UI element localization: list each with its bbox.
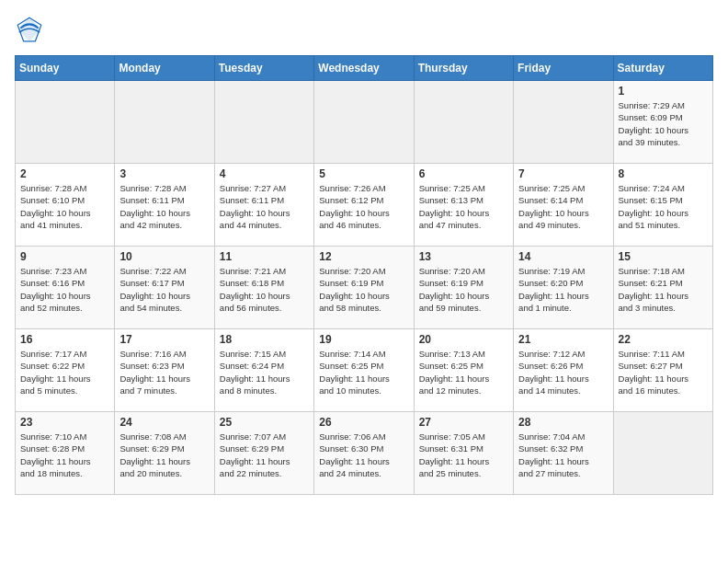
day-number: 18 (220, 333, 309, 346)
calendar-cell: 2Sunrise: 7:28 AM Sunset: 6:10 PM Daylig… (16, 164, 115, 247)
calendar-cell: 21Sunrise: 7:12 AM Sunset: 6:26 PM Dayli… (514, 329, 613, 412)
cell-content: Sunrise: 7:28 AM Sunset: 6:10 PM Dayligh… (20, 182, 109, 231)
cell-content: Sunrise: 7:11 AM Sunset: 6:27 PM Dayligh… (619, 348, 708, 396)
day-number: 13 (419, 250, 508, 263)
calendar-cell: 3Sunrise: 7:28 AM Sunset: 6:11 PM Daylig… (115, 164, 214, 247)
cell-content: Sunrise: 7:10 AM Sunset: 6:28 PM Dayligh… (20, 431, 109, 479)
calendar-cell: 5Sunrise: 7:26 AM Sunset: 6:12 PM Daylig… (314, 164, 414, 247)
day-number: 15 (619, 250, 708, 263)
cell-content: Sunrise: 7:26 AM Sunset: 6:12 PM Dayligh… (319, 182, 408, 231)
calendar-cell: 22Sunrise: 7:11 AM Sunset: 6:27 PM Dayli… (613, 329, 712, 412)
day-number: 25 (220, 416, 309, 429)
calendar-week-row: 16Sunrise: 7:17 AM Sunset: 6:22 PM Dayli… (16, 329, 713, 412)
calendar-cell: 12Sunrise: 7:20 AM Sunset: 6:19 PM Dayli… (314, 247, 414, 329)
cell-content: Sunrise: 7:23 AM Sunset: 6:16 PM Dayligh… (20, 265, 109, 314)
cell-content: Sunrise: 7:07 AM Sunset: 6:29 PM Dayligh… (220, 431, 309, 479)
calendar-cell: 18Sunrise: 7:15 AM Sunset: 6:24 PM Dayli… (214, 329, 313, 412)
day-number: 20 (419, 333, 508, 346)
page-header (15, 15, 713, 44)
day-number: 24 (119, 416, 209, 429)
calendar-week-row: 9Sunrise: 7:23 AM Sunset: 6:16 PM Daylig… (16, 247, 713, 329)
cell-content: Sunrise: 7:21 AM Sunset: 6:18 PM Dayligh… (220, 265, 309, 314)
day-number: 4 (220, 167, 309, 180)
cell-content: Sunrise: 7:20 AM Sunset: 6:19 PM Dayligh… (319, 265, 408, 314)
cell-content: Sunrise: 7:06 AM Sunset: 6:30 PM Dayligh… (319, 431, 408, 479)
day-number: 5 (319, 167, 408, 180)
cell-content: Sunrise: 7:22 AM Sunset: 6:17 PM Dayligh… (119, 265, 209, 314)
calendar-cell: 24Sunrise: 7:08 AM Sunset: 6:29 PM Dayli… (115, 412, 214, 495)
cell-content: Sunrise: 7:25 AM Sunset: 6:13 PM Dayligh… (419, 182, 508, 231)
cell-content: Sunrise: 7:12 AM Sunset: 6:26 PM Dayligh… (518, 348, 608, 396)
weekday-header: Monday (115, 56, 214, 81)
logo (15, 15, 48, 44)
calendar-week-row: 1Sunrise: 7:29 AM Sunset: 6:09 PM Daylig… (16, 81, 713, 164)
calendar-cell (16, 81, 115, 164)
cell-content: Sunrise: 7:17 AM Sunset: 6:22 PM Dayligh… (20, 348, 109, 396)
day-number: 2 (20, 167, 109, 180)
calendar-cell: 25Sunrise: 7:07 AM Sunset: 6:29 PM Dayli… (214, 412, 313, 495)
day-number: 27 (419, 416, 508, 429)
day-number: 21 (518, 333, 608, 346)
calendar-cell: 20Sunrise: 7:13 AM Sunset: 6:25 PM Dayli… (414, 329, 513, 412)
day-number: 19 (319, 333, 408, 346)
cell-content: Sunrise: 7:27 AM Sunset: 6:11 PM Dayligh… (220, 182, 309, 231)
weekday-header-row: SundayMondayTuesdayWednesdayThursdayFrid… (16, 56, 713, 81)
day-number: 7 (518, 167, 608, 180)
calendar-cell (214, 81, 313, 164)
day-number: 12 (319, 250, 408, 263)
day-number: 9 (20, 250, 109, 263)
logo-icon (15, 15, 44, 44)
day-number: 17 (119, 333, 209, 346)
calendar-cell: 14Sunrise: 7:19 AM Sunset: 6:20 PM Dayli… (514, 247, 613, 329)
weekday-header: Wednesday (314, 56, 414, 81)
calendar-cell: 26Sunrise: 7:06 AM Sunset: 6:30 PM Dayli… (314, 412, 414, 495)
calendar-cell: 17Sunrise: 7:16 AM Sunset: 6:23 PM Dayli… (115, 329, 214, 412)
calendar-cell: 28Sunrise: 7:04 AM Sunset: 6:32 PM Dayli… (514, 412, 613, 495)
cell-content: Sunrise: 7:19 AM Sunset: 6:20 PM Dayligh… (518, 265, 608, 314)
calendar-cell: 16Sunrise: 7:17 AM Sunset: 6:22 PM Dayli… (16, 329, 115, 412)
calendar-cell: 8Sunrise: 7:24 AM Sunset: 6:15 PM Daylig… (613, 164, 712, 247)
weekday-header: Tuesday (214, 56, 313, 81)
day-number: 8 (619, 167, 708, 180)
day-number: 23 (20, 416, 109, 429)
day-number: 11 (220, 250, 309, 263)
cell-content: Sunrise: 7:14 AM Sunset: 6:25 PM Dayligh… (319, 348, 408, 396)
cell-content: Sunrise: 7:18 AM Sunset: 6:21 PM Dayligh… (619, 265, 708, 314)
cell-content: Sunrise: 7:08 AM Sunset: 6:29 PM Dayligh… (119, 431, 209, 479)
calendar-week-row: 2Sunrise: 7:28 AM Sunset: 6:10 PM Daylig… (16, 164, 713, 247)
calendar-cell: 11Sunrise: 7:21 AM Sunset: 6:18 PM Dayli… (214, 247, 313, 329)
calendar-table: SundayMondayTuesdayWednesdayThursdayFrid… (15, 55, 713, 495)
weekday-header: Thursday (414, 56, 513, 81)
calendar-cell (514, 81, 613, 164)
day-number: 14 (518, 250, 608, 263)
calendar-cell: 1Sunrise: 7:29 AM Sunset: 6:09 PM Daylig… (613, 81, 712, 164)
day-number: 16 (20, 333, 109, 346)
cell-content: Sunrise: 7:04 AM Sunset: 6:32 PM Dayligh… (518, 431, 608, 479)
day-number: 6 (419, 167, 508, 180)
calendar-week-row: 23Sunrise: 7:10 AM Sunset: 6:28 PM Dayli… (16, 412, 713, 495)
calendar-cell: 4Sunrise: 7:27 AM Sunset: 6:11 PM Daylig… (214, 164, 313, 247)
calendar-cell: 9Sunrise: 7:23 AM Sunset: 6:16 PM Daylig… (16, 247, 115, 329)
calendar-cell (115, 81, 214, 164)
cell-content: Sunrise: 7:15 AM Sunset: 6:24 PM Dayligh… (220, 348, 309, 396)
day-number: 10 (119, 250, 209, 263)
calendar-cell (314, 81, 414, 164)
calendar-cell: 13Sunrise: 7:20 AM Sunset: 6:19 PM Dayli… (414, 247, 513, 329)
cell-content: Sunrise: 7:13 AM Sunset: 6:25 PM Dayligh… (419, 348, 508, 396)
cell-content: Sunrise: 7:20 AM Sunset: 6:19 PM Dayligh… (419, 265, 508, 314)
calendar-cell: 6Sunrise: 7:25 AM Sunset: 6:13 PM Daylig… (414, 164, 513, 247)
calendar-cell (613, 412, 712, 495)
cell-content: Sunrise: 7:16 AM Sunset: 6:23 PM Dayligh… (119, 348, 209, 396)
cell-content: Sunrise: 7:29 AM Sunset: 6:09 PM Dayligh… (619, 99, 708, 148)
calendar-cell: 10Sunrise: 7:22 AM Sunset: 6:17 PM Dayli… (115, 247, 214, 329)
weekday-header: Saturday (613, 56, 712, 81)
weekday-header: Friday (514, 56, 613, 81)
weekday-header: Sunday (16, 56, 115, 81)
calendar-cell: 15Sunrise: 7:18 AM Sunset: 6:21 PM Dayli… (613, 247, 712, 329)
calendar-cell: 23Sunrise: 7:10 AM Sunset: 6:28 PM Dayli… (16, 412, 115, 495)
cell-content: Sunrise: 7:24 AM Sunset: 6:15 PM Dayligh… (619, 182, 708, 231)
day-number: 3 (119, 167, 209, 180)
day-number: 1 (619, 85, 708, 98)
cell-content: Sunrise: 7:28 AM Sunset: 6:11 PM Dayligh… (119, 182, 209, 231)
day-number: 28 (518, 416, 608, 429)
